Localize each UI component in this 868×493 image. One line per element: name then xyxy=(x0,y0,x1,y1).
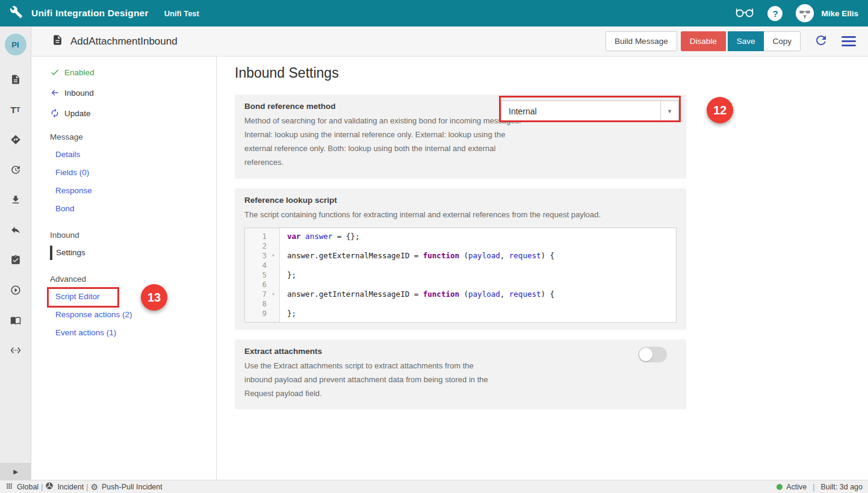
sidebar-item-script-editor[interactable]: Script Editor xyxy=(31,290,216,304)
status-bar: Global | Incident | ⚙ Push-Pull Incident… xyxy=(0,480,868,493)
gear-icon: ⚙ xyxy=(90,482,98,492)
code-line: 7▾answer.getInternalMessageID = function… xyxy=(245,290,676,299)
file-icon[interactable] xyxy=(10,73,22,85)
active-status-dot xyxy=(777,484,783,490)
statusbar-process[interactable]: Push-Pull Incident xyxy=(102,483,163,491)
glasses-icon[interactable] xyxy=(735,5,754,21)
statusbar-divider: | xyxy=(813,483,814,491)
disable-button[interactable]: Disable xyxy=(681,31,726,51)
play-icon[interactable] xyxy=(10,284,22,296)
bond-reference-description: Method of searching for and validating a… xyxy=(244,114,521,169)
copy-button[interactable]: Copy xyxy=(764,31,801,51)
directions-icon[interactable] xyxy=(10,134,22,146)
code-line: 2 xyxy=(245,241,676,251)
app-title: Unifi Integration Designer xyxy=(31,8,149,19)
save-button[interactable]: Save xyxy=(728,31,764,51)
hamburger-menu-icon[interactable] xyxy=(842,36,856,47)
app-window: Unifi Integration Designer Unifi Test ? … xyxy=(0,0,868,493)
reference-lookup-label: Reference lookup script xyxy=(244,196,677,205)
icon-rail: PI TT ▶ xyxy=(0,26,31,480)
rail-collapse-button[interactable]: ▶ xyxy=(0,463,31,480)
build-message-button[interactable]: Build Message xyxy=(606,31,677,51)
incident-app-icon xyxy=(45,482,54,492)
bond-reference-panel: Bond reference method Method of searchin… xyxy=(235,95,686,179)
code-line: 8 xyxy=(245,299,676,309)
code-line: 6 xyxy=(245,280,676,290)
task-icon[interactable] xyxy=(10,254,22,266)
integration-avatar[interactable]: PI xyxy=(5,34,26,55)
sidebar-item-inbound-direction[interactable]: Inbound xyxy=(31,85,216,100)
refresh-icon[interactable] xyxy=(814,33,828,49)
document-title-bar: AddAttachmentInbound Build Message Disab… xyxy=(31,26,868,57)
statusbar-status: Active xyxy=(786,483,807,491)
statusbar-built: Built: 3d ago xyxy=(821,483,863,491)
document-icon xyxy=(52,34,63,48)
user-name[interactable]: Mike Ellis xyxy=(821,9,858,18)
statusbar-scope[interactable]: Global xyxy=(17,483,39,491)
statusbar-divider: | xyxy=(41,483,43,491)
sidebar: Enabled Inbound Update Message Details F… xyxy=(31,57,217,480)
code-lines: 1var answer = {};23▾answer.getExternalMe… xyxy=(245,232,676,318)
extract-attachments-description: Use the Extract attachments script to ex… xyxy=(244,359,503,400)
sidebar-item-bond[interactable]: Bond xyxy=(31,202,216,216)
bond-reference-dropdown[interactable]: Internal ▼ xyxy=(501,101,679,122)
code-line: 1var answer = {}; xyxy=(245,232,676,241)
reference-lookup-panel: Reference lookup script The script conta… xyxy=(235,188,686,330)
extract-attachments-toggle[interactable] xyxy=(638,347,667,362)
chevron-down-icon[interactable]: ▼ xyxy=(660,101,678,122)
section-header-advanced: Advanced xyxy=(31,272,216,287)
section-header-inbound: Inbound xyxy=(31,228,216,243)
sidebar-item-enabled[interactable]: Enabled xyxy=(31,65,216,79)
sidebar-item-settings[interactable]: Settings xyxy=(50,246,216,260)
reference-lookup-description: The script containing functions for extr… xyxy=(244,208,677,222)
sidebar-item-fields[interactable]: Fields (0) xyxy=(31,166,216,180)
sidebar-item-update[interactable]: Update xyxy=(31,106,216,120)
sidebar-item-event-actions[interactable]: Event actions (1) xyxy=(31,326,216,340)
book-icon[interactable] xyxy=(10,314,22,326)
content-heading: Inbound Settings xyxy=(235,65,868,81)
code-line: 5}; xyxy=(245,270,676,280)
extract-attachments-panel: Extract attachments Use the Extract atta… xyxy=(235,340,686,409)
page-title: AddAttachmentInbound xyxy=(70,36,178,48)
toggle-knob xyxy=(639,348,653,361)
code-line: 4 xyxy=(245,261,676,270)
main-content: Inbound Settings Bond reference method M… xyxy=(217,57,868,480)
sidebar-item-response-actions[interactable]: Response actions (2) xyxy=(31,308,216,322)
history-icon[interactable] xyxy=(10,164,22,176)
code-icon[interactable] xyxy=(10,344,22,356)
code-line: 9}; xyxy=(245,309,676,318)
help-icon[interactable]: ? xyxy=(767,6,783,21)
check-icon xyxy=(50,67,60,77)
reply-icon[interactable] xyxy=(10,224,22,236)
wrench-icon xyxy=(10,5,23,21)
download-icon[interactable] xyxy=(10,194,22,206)
dropdown-value: Internal xyxy=(501,107,660,116)
workspace-name[interactable]: Unifi Test xyxy=(164,9,199,18)
annotation-badge-13: 13 xyxy=(141,284,167,311)
user-avatar[interactable] xyxy=(796,4,814,22)
code-editor[interactable]: 1var answer = {};23▾answer.getExternalMe… xyxy=(244,228,677,323)
sidebar-item-response[interactable]: Response xyxy=(31,184,216,198)
statusbar-divider: | xyxy=(86,483,88,491)
section-header-message: Message xyxy=(31,130,216,144)
text-icon[interactable]: TT xyxy=(10,104,22,116)
annotation-badge-12: 12 xyxy=(707,97,733,123)
statusbar-application[interactable]: Incident xyxy=(57,483,84,491)
top-app-bar: Unifi Integration Designer Unifi Test ? … xyxy=(0,0,868,26)
code-line: 3▾answer.getExternalMessageID = function… xyxy=(245,251,676,261)
extract-attachments-label: Extract attachments xyxy=(244,347,677,356)
arrow-left-icon xyxy=(50,88,60,98)
sync-icon xyxy=(50,108,60,118)
sidebar-item-details[interactable]: Details xyxy=(31,147,216,162)
grid-icon[interactable] xyxy=(5,482,13,492)
